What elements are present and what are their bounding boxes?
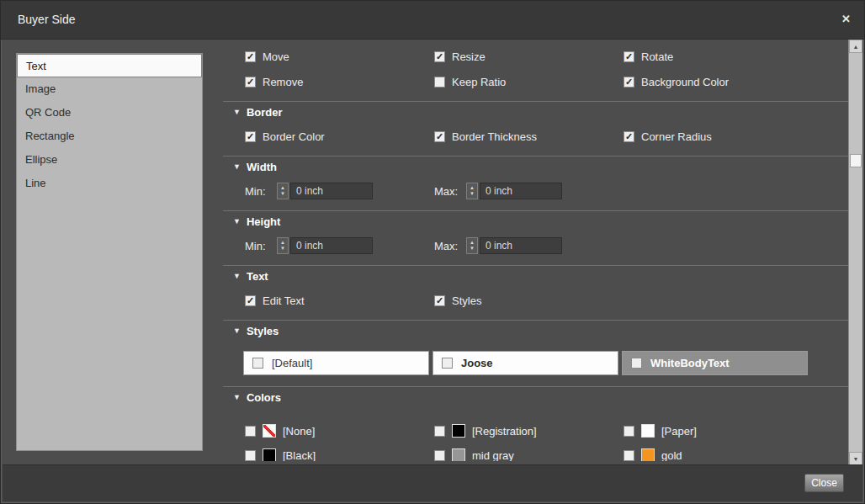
min-label: Min:: [245, 240, 277, 252]
checkbox-label: Rotate: [641, 50, 673, 63]
section-divider: [223, 156, 849, 157]
checkbox-indicator: ✓: [624, 131, 634, 142]
style-item-default[interactable]: [Default]: [243, 351, 429, 375]
checkbox-background-color[interactable]: ✓ Background Color: [624, 76, 849, 88]
window-title: Buyer Side: [18, 13, 75, 26]
section-title: Text: [247, 270, 268, 283]
min-label: Min:: [245, 185, 277, 198]
sidebar-item-ellipse[interactable]: Ellipse: [17, 148, 202, 172]
section-divider: [223, 386, 849, 387]
border-checkbox-row: ✓ Border Color ✓ Border Thickness ✓ Corn…: [223, 128, 849, 145]
checkbox-indicator: [434, 450, 445, 461]
close-icon[interactable]: ✕: [841, 13, 851, 26]
spinner-up-icon[interactable]: ▲: [280, 240, 285, 246]
styles-section-header: ▼ Styles: [223, 325, 849, 337]
checkbox-remove[interactable]: ✓ Remove: [245, 76, 434, 88]
color-item-registration[interactable]: [Registration]: [434, 424, 624, 438]
checkbox-label: Background Color: [641, 76, 729, 88]
height-min-spinner[interactable]: ▲ ▼: [277, 237, 289, 254]
height-section-header: ▼ Height: [223, 215, 849, 228]
collapse-arrow-icon[interactable]: ▼: [233, 106, 241, 119]
color-item-none[interactable]: [None]: [245, 424, 434, 438]
checkbox-border-color[interactable]: ✓ Border Color: [245, 130, 434, 143]
checkbox-keep-ratio[interactable]: Keep Ratio: [434, 76, 624, 88]
sidebar-item-text[interactable]: Text: [17, 54, 202, 77]
permissions-row-2: ✓ Remove Keep Ratio ✓ Background Color: [223, 73, 849, 90]
height-max-cell: Max: ▲ ▼ 0 inch: [434, 237, 624, 254]
checkbox-label: Resize: [452, 50, 486, 63]
height-min-input[interactable]: 0 inch: [290, 237, 373, 254]
sidebar-item-rectangle[interactable]: Rectangle: [17, 125, 202, 148]
collapse-arrow-icon[interactable]: ▼: [233, 161, 241, 173]
checkbox-rotate[interactable]: ✓ Rotate: [624, 50, 849, 63]
sidebar-item-image[interactable]: Image: [17, 77, 202, 101]
checkbox-corner-radius[interactable]: ✓ Corner Radius: [624, 130, 849, 143]
checkbox-move[interactable]: ✓ Move: [245, 50, 434, 63]
color-swatch: [263, 448, 276, 461]
width-max-cell: Max: ▲ ▼ 0 inch: [434, 183, 624, 199]
checkbox-border-thickness[interactable]: ✓ Border Thickness: [434, 130, 624, 143]
checkbox-resize[interactable]: ✓ Resize: [434, 50, 624, 63]
checkbox-indicator: ✓: [245, 77, 256, 88]
section-divider: [223, 210, 849, 211]
width-min-spinner[interactable]: ▲ ▼: [277, 183, 289, 199]
sidebar-item-line[interactable]: Line: [17, 172, 202, 195]
width-max-input[interactable]: 0 inch: [480, 183, 562, 199]
color-item-gold[interactable]: gold: [624, 448, 849, 461]
spinner-down-icon[interactable]: ▼: [470, 246, 475, 252]
scrollbar-thumb[interactable]: [850, 154, 862, 167]
color-swatch: [452, 424, 465, 438]
style-item-joose[interactable]: Joose: [432, 351, 618, 375]
color-item-black[interactable]: [Black]: [245, 448, 434, 461]
collapse-arrow-icon[interactable]: ▼: [233, 325, 241, 337]
spinner-down-icon[interactable]: ▼: [470, 191, 475, 197]
settings-panel: ✓ Move ✓ Resize ✓ Rotate ✓ Remove Keep R…: [223, 40, 849, 461]
checkbox-label: Border Thickness: [452, 130, 537, 143]
vertical-scrollbar[interactable]: ▲ ▼: [848, 40, 862, 465]
color-item-paper[interactable]: [Paper]: [624, 424, 849, 438]
collapse-arrow-icon[interactable]: ▼: [233, 391, 241, 404]
spinner-down-icon[interactable]: ▼: [280, 246, 285, 252]
checkbox-styles[interactable]: ✓ Styles: [434, 294, 624, 307]
spinner-up-icon[interactable]: ▲: [280, 185, 285, 191]
checkbox-label: Remove: [263, 76, 303, 88]
max-label: Max:: [434, 185, 466, 198]
color-label: [Paper]: [661, 425, 697, 438]
color-label: mid gray: [472, 449, 514, 462]
checkbox-indicator: ✓: [245, 295, 256, 306]
width-min-input[interactable]: 0 inch: [290, 183, 373, 199]
width-min-cell: Min: ▲ ▼ 0 inch: [245, 183, 434, 199]
height-max-spinner[interactable]: ▲ ▼: [466, 237, 478, 254]
spinner-up-icon[interactable]: ▲: [470, 185, 475, 191]
color-item-mid-gray[interactable]: mid gray: [434, 448, 624, 461]
sidebar-item-qr-code[interactable]: QR Code: [17, 101, 202, 125]
scroll-down-icon[interactable]: ▼: [849, 452, 862, 465]
category-sidebar: Text Image QR Code Rectangle Ellipse Lin…: [16, 53, 203, 451]
text-section-header: ▼ Text: [223, 270, 849, 283]
collapse-arrow-icon[interactable]: ▼: [233, 270, 241, 283]
color-swatch: [263, 424, 276, 438]
collapse-arrow-icon[interactable]: ▼: [233, 215, 241, 228]
colors-row-2: [Black] mid gray gold: [223, 447, 849, 461]
scroll-up-icon[interactable]: ▲: [849, 40, 862, 53]
dialog-footer: Close: [3, 464, 862, 501]
spinner-up-icon[interactable]: ▲: [470, 240, 475, 246]
checkbox-label: Keep Ratio: [452, 76, 506, 88]
colors-section-header: ▼ Colors: [223, 391, 849, 404]
height-max-input[interactable]: 0 inch: [480, 237, 562, 254]
section-divider: [223, 265, 849, 266]
section-title: Styles: [247, 325, 279, 337]
color-swatch: [452, 448, 465, 461]
checkbox-label: Corner Radius: [641, 130, 712, 143]
width-section-header: ▼ Width: [223, 161, 849, 173]
checkbox-edit-text[interactable]: ✓ Edit Text: [245, 294, 434, 307]
color-label: [Registration]: [472, 425, 537, 438]
checkbox-indicator: ✓: [434, 295, 445, 306]
style-item-whitebodytext[interactable]: WhiteBodyText: [622, 351, 808, 375]
width-max-spinner[interactable]: ▲ ▼: [466, 183, 478, 199]
spinner-down-icon[interactable]: ▼: [280, 191, 285, 197]
close-button[interactable]: Close: [804, 474, 844, 492]
style-label: [Default]: [272, 357, 312, 369]
checkbox-indicator: [631, 358, 642, 369]
checkbox-indicator: [252, 358, 263, 369]
